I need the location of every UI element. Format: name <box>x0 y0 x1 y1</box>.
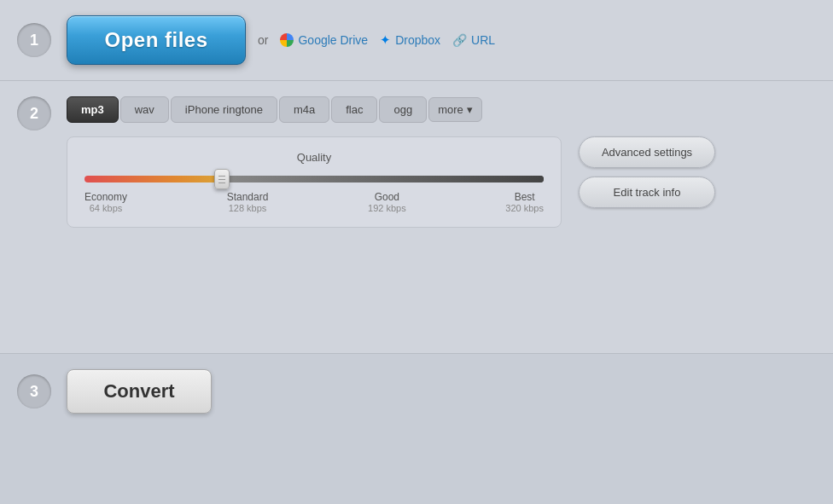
quality-row: Quality <box>67 136 816 228</box>
slider-track-gray <box>222 176 544 182</box>
marker-standard: Standard 128 kbps <box>227 191 269 213</box>
quality-panel: Quality <box>67 136 562 228</box>
marker-standard-name: Standard <box>227 191 269 203</box>
marker-standard-kbps: 128 kbps <box>227 203 269 213</box>
open-files-button[interactable]: Open files <box>67 15 246 65</box>
step-number-3: 3 <box>17 374 51 408</box>
section-2: 2 mp3 wav iPhone ringtone m4a flac ogg m… <box>0 81 833 354</box>
chevron-down-icon: ▾ <box>467 103 473 116</box>
cloud-links: Google Drive ✦ Dropbox 🔗 URL <box>280 32 495 48</box>
marker-good-name: Good <box>368 191 406 203</box>
step-number-1: 1 <box>17 23 51 57</box>
marker-economy: Economy 64 kbps <box>84 191 127 213</box>
link-icon: 🔗 <box>452 33 467 47</box>
marker-economy-kbps: 64 kbps <box>84 203 127 213</box>
marker-good: Good 192 kbps <box>368 191 406 213</box>
right-buttons: Advanced settings Edit track info <box>579 136 715 208</box>
thumb-lines <box>218 176 225 183</box>
section-3: 3 Convert <box>0 354 833 429</box>
section-1: 1 Open files or Google Drive ✦ Dropbox 🔗… <box>0 0 833 81</box>
quality-title: Quality <box>84 151 544 164</box>
dropbox-label: Dropbox <box>395 33 440 47</box>
section-2-row: 2 mp3 wav iPhone ringtone m4a flac ogg m… <box>17 96 816 228</box>
quality-slider-thumb[interactable] <box>214 169 230 189</box>
thumb-line-1 <box>218 176 225 177</box>
url-label: URL <box>471 33 495 47</box>
tab-mp3[interactable]: mp3 <box>67 96 119 123</box>
quality-markers: Economy 64 kbps Standard 128 kbps Good 1… <box>84 191 544 213</box>
url-link[interactable]: 🔗 URL <box>452 33 495 47</box>
thumb-line-2 <box>218 179 225 180</box>
or-text: or <box>258 33 268 47</box>
tab-flac[interactable]: flac <box>331 96 377 123</box>
marker-good-kbps: 192 kbps <box>368 203 406 213</box>
marker-economy-name: Economy <box>84 191 127 203</box>
step-number-2: 2 <box>17 96 51 130</box>
more-label: more <box>438 103 463 116</box>
tab-wav[interactable]: wav <box>120 96 169 123</box>
tab-iphone-ringtone[interactable]: iPhone ringtone <box>171 96 277 123</box>
tab-m4a[interactable]: m4a <box>279 96 329 123</box>
marker-best-kbps: 320 kbps <box>505 203 544 213</box>
google-drive-label: Google Drive <box>298 33 368 47</box>
tab-ogg[interactable]: ogg <box>379 96 427 123</box>
convert-button[interactable]: Convert <box>67 369 212 414</box>
thumb-line-3 <box>218 182 225 183</box>
marker-best: Best 320 kbps <box>505 191 544 213</box>
format-tabs: mp3 wav iPhone ringtone m4a flac ogg mor… <box>67 96 816 123</box>
section-2-content: mp3 wav iPhone ringtone m4a flac ogg mor… <box>67 96 816 228</box>
marker-best-name: Best <box>505 191 544 203</box>
google-drive-icon <box>280 33 294 47</box>
slider-container <box>84 176 544 182</box>
dropbox-icon: ✦ <box>380 32 391 48</box>
more-formats-button[interactable]: more ▾ <box>428 97 482 122</box>
slider-track <box>84 176 544 182</box>
advanced-settings-button[interactable]: Advanced settings <box>579 136 715 168</box>
dropbox-link[interactable]: ✦ Dropbox <box>380 32 440 48</box>
google-drive-link[interactable]: Google Drive <box>280 33 368 47</box>
edit-track-info-button[interactable]: Edit track info <box>579 177 715 208</box>
